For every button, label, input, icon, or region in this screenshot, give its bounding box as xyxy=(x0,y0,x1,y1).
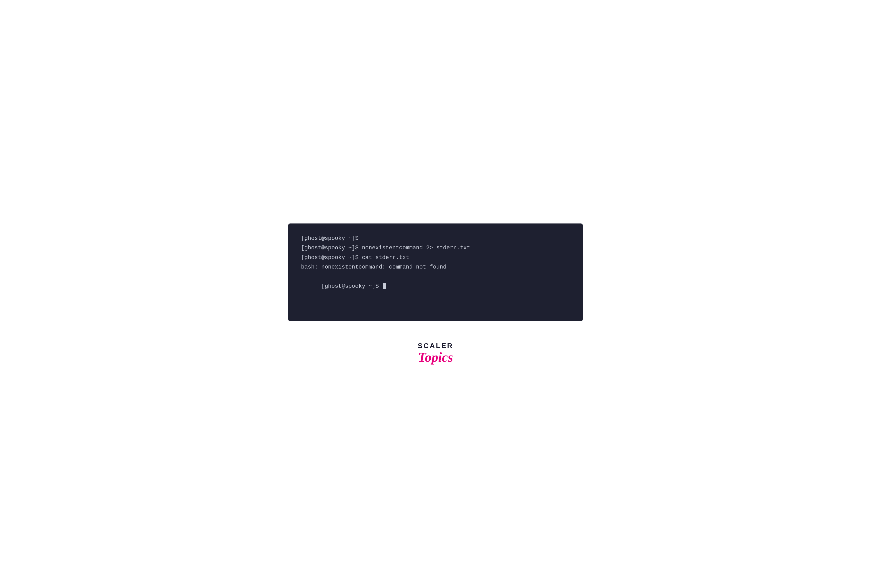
terminal-wrapper: [ghost@spooky ~]$ [ghost@spooky ~]$ none… xyxy=(288,224,583,321)
terminal-prompt-text: [ghost@spooky ~]$ xyxy=(321,283,382,290)
terminal: [ghost@spooky ~]$ [ghost@spooky ~]$ none… xyxy=(288,224,583,321)
terminal-line-1: [ghost@spooky ~]$ xyxy=(301,234,570,243)
terminal-line-3: [ghost@spooky ~]$ cat stderr.txt xyxy=(301,253,570,263)
logo-scaler-text: SCALER xyxy=(418,342,453,350)
logo-wrapper: SCALER Topics xyxy=(418,342,453,364)
terminal-line-5: [ghost@spooky ~]$ xyxy=(301,272,570,301)
terminal-line-4: bash: nonexistentcommand: command not fo… xyxy=(301,263,570,272)
logo-topics-text: Topics xyxy=(418,350,453,364)
terminal-cursor xyxy=(383,284,386,289)
terminal-line-2: [ghost@spooky ~]$ nonexistentcommand 2> … xyxy=(301,243,570,253)
